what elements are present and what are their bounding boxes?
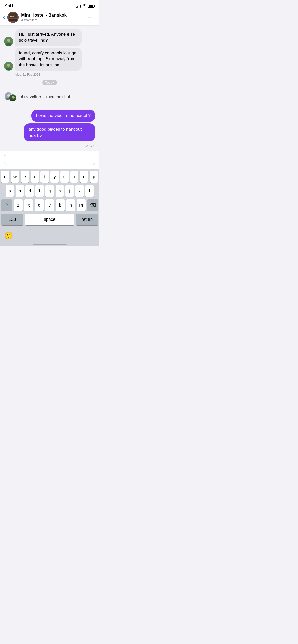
key-e[interactable]: e xyxy=(21,171,29,183)
message-input[interactable] xyxy=(4,154,95,165)
delete-key[interactable]: ⌫ xyxy=(87,199,98,211)
key-i[interactable]: i xyxy=(70,171,79,183)
key-c[interactable]: c xyxy=(35,199,44,211)
join-avatars xyxy=(4,92,18,102)
outgoing-bubble-2: any good places to hangout nearby xyxy=(24,123,95,142)
back-chevron-icon: ‹ xyxy=(3,14,5,20)
shift-key[interactable]: ⇧ xyxy=(1,199,12,211)
key-s[interactable]: s xyxy=(16,185,24,197)
svg-rect-3 xyxy=(9,19,17,21)
status-icons xyxy=(76,4,94,8)
avatar-user2 xyxy=(4,62,13,71)
outgoing-bubble-1: hows the vibe in the hostel ? xyxy=(31,110,95,122)
join-suffix: joined the chat xyxy=(44,95,70,99)
key-u[interactable]: u xyxy=(60,171,69,183)
numbers-key[interactable]: 123 xyxy=(1,214,23,225)
key-f[interactable]: f xyxy=(35,185,44,197)
status-bar: 9:41 xyxy=(0,0,99,10)
wifi-icon xyxy=(82,4,86,8)
keyboard-row-4: 123 space return xyxy=(1,214,98,225)
key-d[interactable]: d xyxy=(25,185,34,197)
key-l[interactable]: l xyxy=(85,185,94,197)
key-j[interactable]: j xyxy=(65,185,74,197)
svg-text:MINT: MINT xyxy=(10,15,16,18)
date-pill: Today xyxy=(42,80,57,85)
avatar-user1 xyxy=(4,37,13,46)
keyboard: q w e r t y u i o p a s d f g h j k l ⇧ … xyxy=(0,169,99,242)
key-z[interactable]: z xyxy=(14,199,23,211)
incoming-bubble-2: found, comfy cannabis lounge with roof t… xyxy=(15,48,82,71)
key-w[interactable]: w xyxy=(11,171,19,183)
back-button[interactable]: ‹ xyxy=(2,13,7,21)
svg-point-5 xyxy=(7,39,10,42)
chat-subtitle: 4 travellers xyxy=(21,18,87,22)
key-g[interactable]: g xyxy=(45,185,54,197)
key-a[interactable]: a xyxy=(6,185,14,197)
key-b[interactable]: b xyxy=(56,199,65,211)
keyboard-bottom-row: 🙂 xyxy=(1,228,98,242)
header-info: Mint Hostel - Bangkok 4 travellers xyxy=(21,13,87,22)
emoji-button[interactable]: 🙂 xyxy=(3,230,14,241)
join-avatar-2 xyxy=(9,94,17,102)
svg-point-11 xyxy=(12,96,15,99)
key-o[interactable]: o xyxy=(80,171,88,183)
key-q[interactable]: q xyxy=(1,171,9,183)
message-input-area xyxy=(0,151,99,169)
keyboard-row-1: q w e r t y u i o p xyxy=(1,171,98,183)
join-text: 4 travellers joined the chat xyxy=(21,95,70,99)
chat-title: Mint Hostel - Bangkok xyxy=(21,13,87,18)
return-key[interactable]: return xyxy=(76,214,98,225)
chat-area: Hi, I just arrived. Anyone else solo tra… xyxy=(0,26,99,151)
key-p[interactable]: p xyxy=(90,171,98,183)
key-x[interactable]: x xyxy=(24,199,33,211)
message-meta-2: ulas, 21-Feb-2024 xyxy=(15,73,95,76)
key-t[interactable]: t xyxy=(40,171,49,183)
key-v[interactable]: v xyxy=(45,199,54,211)
space-key[interactable]: space xyxy=(25,214,74,225)
home-bar xyxy=(33,244,67,245)
keyboard-row-2: a s d f g h j k l xyxy=(1,185,98,197)
message-row-2: found, comfy cannabis lounge with roof t… xyxy=(4,48,95,71)
message-row-1: Hi, I just arrived. Anyone else solo tra… xyxy=(4,29,95,46)
incoming-bubble-1: Hi, I just arrived. Anyone else solo tra… xyxy=(15,29,82,46)
battery-icon xyxy=(88,5,94,8)
signal-bars-icon xyxy=(76,5,81,8)
svg-point-7 xyxy=(7,64,10,67)
date-separator: Today xyxy=(4,80,95,85)
chat-avatar: MINT xyxy=(7,12,19,23)
join-count: 4 travellers xyxy=(21,95,43,99)
outgoing-messages-group: hows the vibe in the hostel ? any good p… xyxy=(4,110,95,148)
key-k[interactable]: k xyxy=(75,185,84,197)
chat-header: ‹ MINT Mint Hostel - Bangkok 4 traveller… xyxy=(0,10,99,26)
key-r[interactable]: r xyxy=(31,171,39,183)
home-indicator xyxy=(0,242,99,246)
join-notice: 4 travellers joined the chat xyxy=(4,91,95,103)
keyboard-row-3: ⇧ z x c v b n m ⌫ xyxy=(1,199,98,211)
key-h[interactable]: h xyxy=(56,185,64,197)
outgoing-time: 21:42 xyxy=(86,144,94,148)
status-time: 9:41 xyxy=(5,4,13,9)
key-m[interactable]: m xyxy=(77,199,86,211)
more-options-button[interactable]: ··· xyxy=(87,13,95,22)
key-y[interactable]: y xyxy=(50,171,59,183)
key-n[interactable]: n xyxy=(66,199,75,211)
